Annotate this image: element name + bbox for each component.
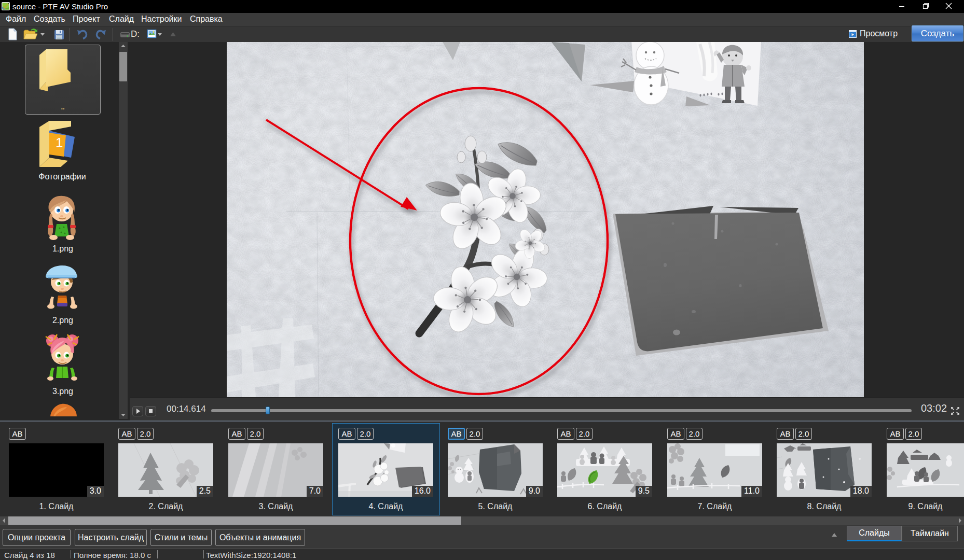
svg-text:1: 1: [56, 135, 63, 150]
